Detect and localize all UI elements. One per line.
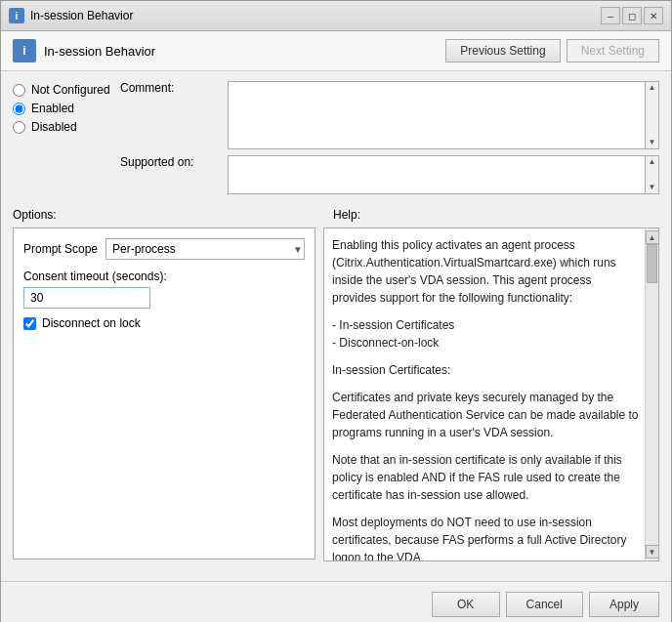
disabled-label[interactable]: Disabled (31, 120, 77, 134)
help-scrollbar-track (646, 244, 658, 545)
header-left: i In-session Behavior (13, 39, 155, 62)
comment-scroll-down[interactable]: ▼ (649, 139, 656, 146)
main-panels: Prompt Scope Per-process Per-session Glo… (13, 228, 659, 561)
radio-group: Not Configured Enabled Disabled (13, 81, 120, 192)
disabled-radio[interactable] (13, 121, 25, 134)
help-para-3: In-session Certificates: (332, 361, 639, 379)
supported-scroll-down[interactable]: ▼ (649, 184, 656, 191)
consent-timeout-section: Consent timeout (seconds): (23, 270, 305, 316)
title-bar: i In-session Behavior – ◻ ✕ (1, 1, 671, 31)
enabled-option: Enabled (13, 102, 120, 115)
help-panel: Enabling this policy activates an agent … (323, 228, 659, 561)
help-label: Help: (333, 208, 360, 222)
help-scroll-up-button[interactable]: ▲ (646, 230, 659, 244)
fields-area: Comment: ▲ ▼ S (120, 81, 659, 200)
prompt-scope-dropdown-wrapper: Per-process Per-session Global ▼ (105, 238, 305, 260)
footer: OK Cancel Apply (1, 581, 671, 622)
ok-button[interactable]: OK (432, 592, 500, 617)
next-setting-button[interactable]: Next Setting (567, 39, 659, 62)
options-label-wrapper: Options: (13, 208, 315, 222)
main-window: i In-session Behavior – ◻ ✕ i In-session… (0, 0, 672, 622)
help-label-wrapper: Help: (315, 208, 659, 222)
disconnect-on-lock-checkbox[interactable] (23, 317, 36, 330)
help-scroll-container: Enabling this policy activates an agent … (324, 228, 658, 560)
comment-textarea[interactable] (229, 82, 658, 148)
comment-field-wrapper: ▲ ▼ (228, 81, 659, 149)
disconnect-on-lock-row: Disconnect on lock (23, 316, 305, 330)
supported-textarea (229, 156, 658, 193)
comment-label: Comment: (120, 77, 174, 95)
options-label: Options: (13, 208, 57, 222)
supported-label-col: Supported on: (120, 155, 228, 194)
radio-and-fields: Not Configured Enabled Disabled Comment: (13, 81, 659, 200)
cancel-button[interactable]: Cancel (506, 592, 583, 617)
help-scrollbar: ▲ ▼ (645, 228, 658, 560)
options-panel: Prompt Scope Per-process Per-session Glo… (13, 228, 315, 560)
header-row: i In-session Behavior Previous Setting N… (1, 31, 671, 71)
consent-timeout-label: Consent timeout (seconds): (23, 270, 305, 283)
header-buttons: Previous Setting Next Setting (445, 39, 659, 62)
supported-scrollbar: ▲ ▼ (645, 156, 658, 193)
help-para-6: Most deployments do NOT need to use in-s… (332, 514, 639, 560)
title-controls: – ◻ ✕ (601, 7, 663, 24)
section-labels: Options: Help: (13, 208, 659, 222)
disabled-option: Disabled (13, 120, 120, 134)
header-title: In-session Behavior (44, 44, 155, 59)
prompt-scope-select[interactable]: Per-process Per-session Global (105, 238, 305, 260)
comment-scroll-up[interactable]: ▲ (649, 84, 656, 92)
prompt-scope-row: Prompt Scope Per-process Per-session Glo… (23, 238, 305, 260)
content-area: Not Configured Enabled Disabled Comment: (1, 71, 671, 571)
window-icon: i (9, 8, 24, 23)
minimize-button[interactable]: – (601, 7, 620, 24)
help-para-5: Note that an in-session certificate is o… (332, 451, 639, 504)
previous-setting-button[interactable]: Previous Setting (445, 39, 560, 62)
enabled-radio[interactable] (13, 103, 25, 115)
prompt-scope-label: Prompt Scope (23, 242, 98, 256)
title-bar-left: i In-session Behavior (9, 8, 133, 23)
supported-on-label: Supported on: (120, 151, 193, 169)
close-button[interactable]: ✕ (644, 7, 663, 24)
comment-label-col: Comment: (120, 81, 228, 149)
supported-box: ▲ ▼ (228, 155, 659, 194)
window-title: In-session Behavior (30, 9, 133, 22)
supported-on-row: Supported on: ▲ ▼ (120, 155, 659, 194)
help-scroll-down-button[interactable]: ▼ (646, 545, 659, 559)
comment-scrollbar: ▲ ▼ (645, 82, 658, 148)
supported-scroll-up[interactable]: ▲ (649, 158, 656, 166)
enabled-label[interactable]: Enabled (31, 102, 74, 115)
apply-button[interactable]: Apply (589, 592, 659, 617)
help-text-area: Enabling this policy activates an agent … (324, 228, 658, 560)
header-icon: i (13, 39, 36, 62)
comment-box: ▲ ▼ (228, 81, 659, 149)
disconnect-on-lock-label[interactable]: Disconnect on lock (42, 316, 141, 330)
not-configured-radio[interactable] (13, 84, 25, 97)
not-configured-label[interactable]: Not Configured (31, 83, 110, 97)
comment-row: Comment: ▲ ▼ (120, 81, 659, 149)
help-scrollbar-thumb[interactable] (647, 244, 657, 283)
help-para-2: - In-session Certificates - Disconnect-o… (332, 316, 639, 352)
maximize-button[interactable]: ◻ (622, 7, 642, 24)
consent-timeout-input[interactable] (23, 287, 150, 309)
help-para-4: Certificates and private keys securely m… (332, 389, 639, 441)
not-configured-option: Not Configured (13, 83, 120, 97)
help-para-1: Enabling this policy activates an agent … (332, 236, 639, 307)
supported-field-wrapper: ▲ ▼ (228, 155, 659, 194)
